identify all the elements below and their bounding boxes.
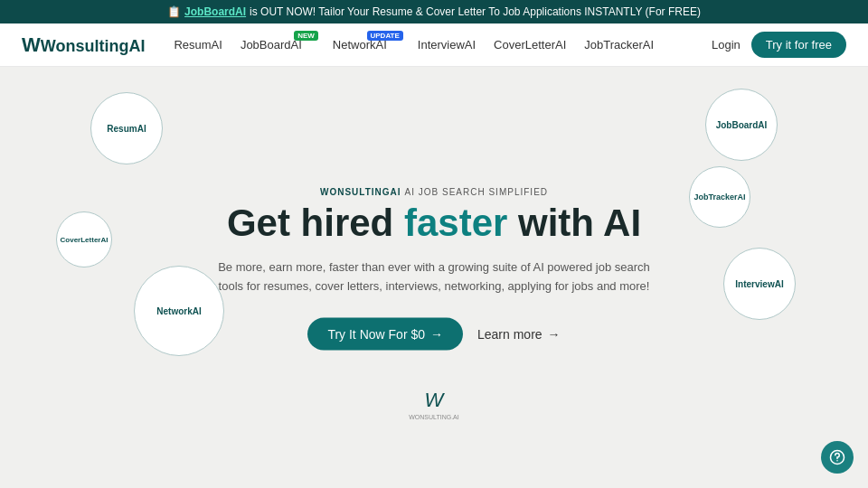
- wonsulting-logo-bottom: W WONSULTING.AI: [407, 389, 461, 443]
- arrow-icon-secondary: →: [548, 326, 561, 341]
- float-circle-coverletterai[interactable]: CoverLetterAI: [56, 211, 112, 267]
- float-circle-interviewai[interactable]: InterviewAI: [723, 248, 796, 320]
- hero-title-faster: faster: [404, 202, 507, 244]
- main-content: ResumAI CoverLetterAI NetworkAI JobBoard…: [0, 67, 868, 488]
- wonsulting-label: WONSULTING.AI: [407, 414, 461, 420]
- announcement-bar: 📋 JobBoardAI is OUT NOW! Tailor Your Res…: [0, 0, 868, 23]
- cta-secondary-button[interactable]: Learn more →: [477, 326, 561, 341]
- float-circle-resumai[interactable]: ResumAI: [90, 92, 163, 164]
- hero-subtitle: Be more, earn more, faster than ever wit…: [217, 258, 651, 296]
- nav-jobboardai[interactable]: JobBoardAI NEW: [241, 38, 302, 52]
- nav-links: ResumAI JobBoardAI NEW NetworkAI UPDATE …: [174, 38, 712, 52]
- hero-section: WonsultingAI AI JOB SEARCH SIMPLIFIED Ge…: [217, 187, 651, 351]
- announcement-icon: 📋: [167, 5, 181, 18]
- hero-title: Get hired faster with AI: [217, 202, 651, 244]
- float-circle-networkai[interactable]: NetworkAI: [134, 266, 224, 356]
- navbar: WWonsultingAI ResumAI JobBoardAI NEW Net…: [0, 23, 868, 67]
- help-button[interactable]: [821, 441, 854, 474]
- nav-coverletterai[interactable]: CoverLetterAI: [494, 38, 566, 52]
- badge-update: UPDATE: [367, 31, 403, 41]
- float-circle-jobtrackerai[interactable]: JobTrackerAI: [689, 166, 750, 228]
- cta-primary-button[interactable]: Try It Now For $0 →: [307, 317, 463, 350]
- hero-buttons: Try It Now For $0 → Learn more →: [217, 317, 651, 350]
- announcement-text: is OUT NOW! Tailor Your Resume & Cover L…: [250, 5, 701, 18]
- hero-eyebrow: WonsultingAI AI JOB SEARCH SIMPLIFIED: [217, 187, 651, 197]
- float-circle-jobboardai[interactable]: JobBoardAI: [705, 89, 778, 161]
- badge-new: NEW: [294, 31, 318, 41]
- login-button[interactable]: Login: [712, 38, 741, 52]
- hero-title-part1: Get hired: [227, 202, 404, 244]
- nav-actions: Login Try it for free: [712, 32, 846, 58]
- hero-title-part2: with AI: [507, 202, 641, 244]
- try-free-button[interactable]: Try it for free: [751, 32, 846, 58]
- eyebrow-logo: WonsultingAI: [320, 187, 401, 197]
- announcement-link[interactable]: JobBoardAI: [184, 5, 246, 18]
- logo[interactable]: WWonsultingAI: [22, 33, 145, 57]
- nav-interviewai[interactable]: InterviewAI: [418, 38, 476, 52]
- nav-jobtrackerai[interactable]: JobTrackerAI: [584, 38, 654, 52]
- wonsulting-w: W: [407, 389, 461, 412]
- nav-resumai[interactable]: ResumAI: [174, 38, 222, 52]
- arrow-icon: →: [430, 326, 443, 341]
- svg-point-1: [836, 460, 838, 462]
- eyebrow-separator: AI JOB SEARCH SIMPLIFIED: [405, 187, 548, 197]
- nav-networkai[interactable]: NetworkAI UPDATE: [333, 38, 387, 52]
